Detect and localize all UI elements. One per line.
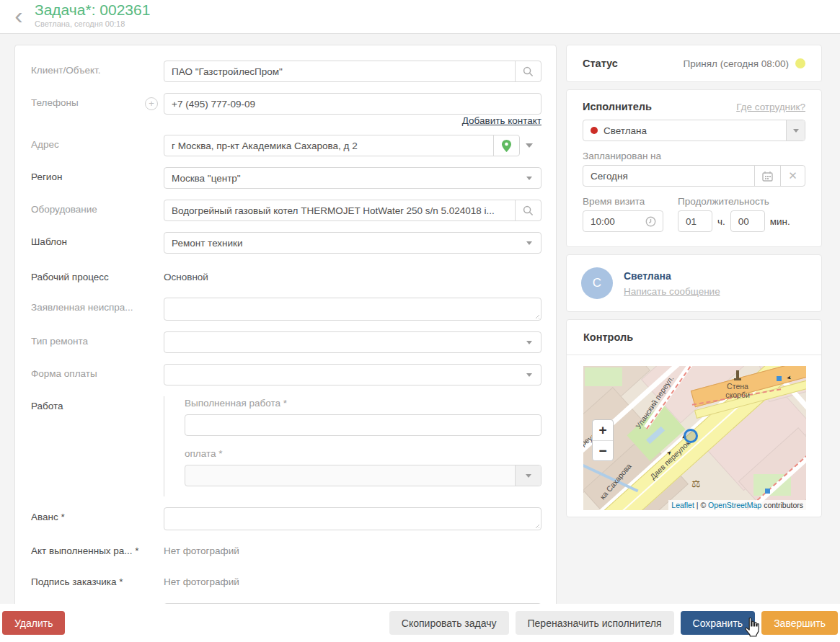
minutes-unit: мин. xyxy=(770,216,790,227)
assignee-dropdown-button[interactable] xyxy=(786,120,805,141)
calendar-button[interactable] xyxy=(754,166,780,186)
duration-hours-input[interactable]: 01 xyxy=(678,210,712,232)
field-advance: Аванс * xyxy=(31,507,541,530)
field-issue: Заявленная неиспра... xyxy=(31,298,541,321)
resize-grip-icon[interactable] xyxy=(534,522,539,528)
duration-minutes-input[interactable]: 00 xyxy=(730,210,765,232)
chevron-down-icon xyxy=(526,474,531,481)
assignee-status-dot-icon xyxy=(591,127,598,134)
address-input[interactable]: г Москва, пр-кт Академика Сахарова, д 2 xyxy=(164,135,520,156)
client-value: ПАО "ГазстройлесПром" xyxy=(164,66,515,77)
duration-label: Продолжительность xyxy=(678,196,805,207)
advance-label: Аванс * xyxy=(31,507,164,522)
equipment-search-button[interactable] xyxy=(515,200,541,220)
work-label: Работа xyxy=(31,396,164,411)
phones-label: Телефоны xyxy=(31,93,145,108)
field-phones: Телефоны + +7 (495) 777-09-09 xyxy=(31,93,541,115)
field-client: Клиент/Объект. ПАО "ГазстройлесПром" xyxy=(31,61,541,82)
delete-button[interactable]: Удалить xyxy=(2,611,65,635)
payment-form-label: Форма оплаты xyxy=(31,364,164,379)
chevron-down-button xyxy=(515,465,541,486)
advance-textarea[interactable] xyxy=(164,507,541,530)
field-region: Регион Москва "центр" xyxy=(31,167,541,189)
planned-label: Запланирован на xyxy=(583,151,805,161)
issue-label: Заявленная неиспра... xyxy=(31,298,164,313)
payment-form-select[interactable] xyxy=(164,364,541,385)
client-input[interactable]: ПАО "ГазстройлесПром" xyxy=(164,61,541,82)
assignee-title: Исполнитель xyxy=(583,101,652,112)
phone-input[interactable]: +7 (495) 777-09-09 xyxy=(164,93,541,115)
save-button[interactable]: Сохранить xyxy=(681,611,756,635)
region-label: Регион xyxy=(31,167,164,182)
action-bar: Удалить Скопировать задачу Переназначить… xyxy=(0,604,840,642)
resize-grip-icon[interactable] xyxy=(534,313,539,318)
address-expand-icon[interactable] xyxy=(526,143,533,151)
chevron-down-icon xyxy=(526,373,532,380)
copy-task-button[interactable]: Скопировать задачу xyxy=(389,611,509,635)
chevron-down-icon xyxy=(526,241,532,248)
planned-date-input[interactable]: Сегодня ✕ xyxy=(583,165,805,187)
zoom-in-button[interactable]: + xyxy=(593,420,613,440)
add-contact-link[interactable]: Добавить контакт xyxy=(15,115,541,126)
region-select[interactable]: Москва "центр" xyxy=(164,167,541,189)
act-value: Нет фотографий xyxy=(164,541,541,556)
status-card: Статус Принял (сегодня 08:00) xyxy=(566,45,822,82)
template-label: Шаблон xyxy=(31,232,164,247)
osm-link[interactable]: OpenStreetMap xyxy=(708,501,761,509)
template-select[interactable]: Ремонт техники xyxy=(164,232,541,254)
workflow-value: Основной xyxy=(164,267,541,282)
chevron-down-icon xyxy=(526,341,532,347)
close-icon: ✕ xyxy=(788,169,797,182)
finish-button[interactable]: Завершить xyxy=(761,611,838,635)
equipment-input[interactable]: Водогрейный газовый котел THERMOJET HotW… xyxy=(164,200,541,221)
back-icon[interactable]: ‹ xyxy=(9,1,29,29)
duration-minutes-value: 00 xyxy=(731,216,764,227)
status-dot-icon xyxy=(795,58,805,68)
chevron-down-icon xyxy=(526,177,532,183)
zoom-out-button[interactable]: − xyxy=(593,440,613,460)
assignee-select[interactable]: Светлана xyxy=(583,120,805,141)
signature-label: Подпись заказчика * xyxy=(31,572,164,587)
equipment-value: Водогрейный газовый котел THERMOJET HotW… xyxy=(164,205,515,216)
reassign-button[interactable]: Переназначить исполнителя xyxy=(516,611,674,635)
work-done-label: Выполненная работа * xyxy=(185,398,541,409)
assignee-name: Светлана xyxy=(604,125,786,136)
work-pay-select[interactable] xyxy=(185,465,541,486)
leaflet-link[interactable]: Leaflet xyxy=(671,501,694,509)
act-label: Акт выполненных ра... * xyxy=(31,541,164,556)
field-repair-type: Тип ремонта xyxy=(31,331,541,353)
field-equipment: Оборудование Водогрейный газовый котел T… xyxy=(31,200,541,221)
client-search-button[interactable] xyxy=(515,61,541,81)
visit-time-input[interactable]: 10:00 xyxy=(583,210,663,232)
phone-value: +7 (495) 777-09-09 xyxy=(164,99,541,110)
field-workflow: Рабочий процесс Основной xyxy=(31,267,541,282)
location-pin-icon xyxy=(502,140,511,152)
send-message-link[interactable]: Написать сообщение xyxy=(624,286,720,297)
address-value: г Москва, пр-кт Академика Сахарова, д 2 xyxy=(164,141,493,151)
employee-card: C Светлана Написать сообщение xyxy=(566,254,822,312)
page-title: Задача*: 002361 xyxy=(35,1,150,19)
repair-type-label: Тип ремонта xyxy=(31,331,164,347)
signature-value: Нет фотографий xyxy=(164,572,541,587)
where-employee-link[interactable]: Где сотрудник? xyxy=(736,102,805,112)
address-map-button[interactable] xyxy=(493,135,519,156)
employee-name: Светлана xyxy=(624,270,720,282)
field-act: Акт выполненных ра... * Нет фотографий xyxy=(31,541,541,556)
work-done-input[interactable] xyxy=(185,414,541,436)
template-value: Ремонт техники xyxy=(164,238,526,249)
issue-textarea[interactable] xyxy=(164,298,541,321)
avatar: C xyxy=(581,267,613,299)
map-monument-label: Стенаскорби xyxy=(719,382,756,399)
map[interactable]: ➤ ➤ ➤ Уланский переул. переулок Даев пер… xyxy=(583,366,806,510)
visit-time-value: 10:00 xyxy=(583,216,645,227)
page-subtitle: Светлана, сегодня 00:18 xyxy=(35,19,150,28)
field-address: Адрес г Москва, пр-кт Академика Сахарова… xyxy=(31,135,541,156)
client-label: Клиент/Объект. xyxy=(31,61,164,76)
field-signature: Подпись заказчика * Нет фотографий xyxy=(31,572,541,587)
address-label: Адрес xyxy=(31,135,164,150)
chevron-down-icon xyxy=(793,129,799,135)
add-phone-icon[interactable]: + xyxy=(145,97,158,110)
transit-stop-icon xyxy=(765,489,770,494)
clear-date-button[interactable]: ✕ xyxy=(780,166,805,186)
repair-type-select[interactable] xyxy=(164,331,541,353)
